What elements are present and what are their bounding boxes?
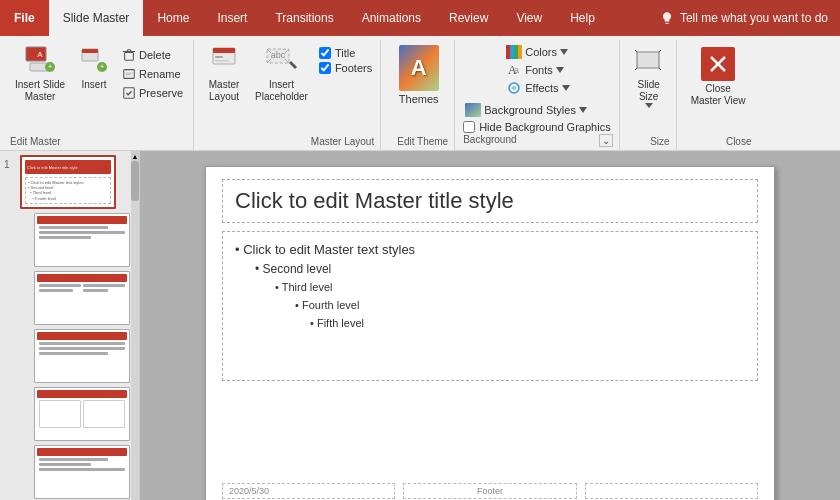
slide-panel: 1 Click to edit Master title style • Cli…: [0, 151, 140, 500]
svg-line-39: [659, 68, 661, 70]
master-layout-icon: [210, 45, 238, 77]
slide-body-level4: • Fourth level: [235, 297, 745, 315]
svg-text:+: +: [100, 62, 105, 71]
rename-icon: [122, 67, 136, 81]
slide-canvas[interactable]: Click to edit Master title style • Click…: [205, 166, 775, 501]
slide-body-area[interactable]: • Click to edit Master text styles • Sec…: [222, 231, 758, 381]
svg-text:a: a: [514, 65, 519, 75]
svg-rect-27: [514, 45, 518, 59]
tab-view[interactable]: View: [502, 0, 556, 36]
slide-number: 1: [4, 155, 16, 170]
themes-icon: A: [399, 45, 439, 91]
slide-size-icon: [634, 47, 664, 79]
svg-rect-0: [26, 47, 46, 61]
fonts-dropdown-icon: [556, 67, 564, 73]
tab-file[interactable]: File: [0, 0, 49, 36]
rename-button[interactable]: Rename: [118, 65, 187, 83]
tab-transitions[interactable]: Transitions: [261, 0, 347, 36]
fonts-icon: A a: [506, 63, 522, 77]
svg-line-37: [659, 50, 661, 52]
background-styles-icon: [465, 103, 481, 117]
insert-layout-button[interactable]: + Insert: [72, 42, 116, 94]
svg-rect-7: [82, 49, 98, 53]
footer-date-box: 2020/5/30: [222, 483, 395, 499]
ribbon-toolbar: A + Insert SlideMaster + In: [0, 36, 840, 151]
list-item: [4, 445, 135, 499]
svg-line-38: [635, 68, 637, 70]
insert-layout-icon: +: [80, 45, 108, 77]
ribbon-search-area: Tell me what you want to do: [648, 0, 840, 36]
background-expand-button[interactable]: ⌄: [599, 134, 613, 147]
slide-thumbnail-2[interactable]: [34, 213, 130, 267]
fonts-button[interactable]: A a Fonts: [504, 62, 566, 78]
effects-icon: [506, 81, 522, 95]
colors-icon: [506, 45, 522, 59]
group-edit-theme-label: Edit Theme: [397, 136, 448, 147]
list-item: 1 Click to edit Master title style • Cli…: [4, 155, 135, 209]
colors-dropdown-icon: [560, 49, 568, 55]
svg-rect-20: [215, 60, 229, 62]
svg-line-36: [635, 50, 637, 52]
tab-help[interactable]: Help: [556, 0, 609, 36]
list-item: [4, 387, 135, 441]
preserve-icon: [122, 86, 136, 100]
svg-rect-13: [124, 70, 135, 79]
slide-size-button[interactable]: SlideSize: [628, 44, 670, 111]
svg-rect-10: [125, 52, 134, 60]
group-master-layout-label: Master Layout: [311, 136, 374, 147]
close-master-view-button[interactable]: CloseMaster View: [685, 44, 752, 110]
slide-title-area[interactable]: Click to edit Master title style: [222, 179, 758, 223]
slide-thumbnail-4[interactable]: [34, 329, 130, 383]
svg-rect-35: [637, 52, 659, 68]
preserve-button[interactable]: Preserve: [118, 84, 187, 102]
scroll-up-button[interactable]: ▲: [131, 151, 139, 161]
title-checkbox[interactable]: Title: [317, 46, 374, 60]
slide-thumbnail-5[interactable]: [34, 387, 130, 441]
delete-button[interactable]: Delete: [118, 46, 187, 64]
scroll-thumb[interactable]: [131, 161, 139, 201]
search-label[interactable]: Tell me what you want to do: [680, 11, 828, 25]
slide-body-level5: • Fifth level: [235, 315, 745, 333]
slide-thumbnail-1[interactable]: Click to edit Master title style • Click…: [20, 155, 116, 209]
group-background-label: Background: [463, 134, 516, 147]
slide-title-text: Click to edit Master title style: [235, 188, 745, 214]
close-master-view-icon: [701, 47, 735, 81]
insert-slide-master-icon: A +: [24, 45, 56, 77]
tab-home[interactable]: Home: [143, 0, 203, 36]
tab-insert[interactable]: Insert: [203, 0, 261, 36]
tab-slide-master[interactable]: Slide Master: [49, 0, 144, 36]
slide-view: Click to edit Master title style • Click…: [140, 151, 840, 500]
list-item: [4, 213, 135, 267]
footer-number-box: [585, 483, 758, 499]
master-layout-button[interactable]: MasterLayout: [202, 42, 246, 106]
effects-dropdown-icon: [562, 85, 570, 91]
group-edit-theme: A Themes Edit Theme: [383, 40, 455, 150]
background-styles-button[interactable]: Background Styles: [463, 102, 589, 118]
svg-rect-25: [506, 45, 510, 59]
slide-thumbnail-6[interactable]: [34, 445, 130, 499]
hide-background-checkbox[interactable]: Hide Background Graphics: [463, 120, 612, 134]
list-item: [4, 329, 135, 383]
tab-review[interactable]: Review: [435, 0, 502, 36]
themes-button[interactable]: A Themes: [391, 42, 447, 108]
svg-rect-12: [127, 50, 131, 52]
list-item: [4, 271, 135, 325]
main-area: 1 Click to edit Master title style • Cli…: [0, 151, 840, 500]
group-size-label: Size: [650, 136, 669, 147]
insert-slide-master-button[interactable]: A + Insert SlideMaster: [10, 42, 70, 106]
bg-styles-dropdown-icon: [579, 107, 587, 113]
effects-button[interactable]: Effects: [504, 80, 571, 96]
slide-footer-area: 2020/5/30 Footer: [222, 483, 758, 499]
colors-button[interactable]: Colors: [504, 44, 570, 60]
svg-rect-18: [213, 48, 235, 53]
tab-animations[interactable]: Animations: [348, 0, 435, 36]
svg-point-32: [512, 86, 516, 90]
slide-thumbnail-3[interactable]: [34, 271, 130, 325]
footers-checkbox[interactable]: Footers: [317, 61, 374, 75]
slide-body-text: • Click to edit Master text styles • Sec…: [235, 240, 745, 333]
svg-text:+: +: [48, 62, 53, 71]
group-close: CloseMaster View Close: [679, 40, 758, 150]
group-edit-master: A + Insert SlideMaster + In: [4, 40, 194, 150]
insert-placeholder-button[interactable]: abc InsertPlaceholder: [250, 42, 313, 106]
group-background: Colors A a Fonts Effects: [457, 40, 619, 150]
